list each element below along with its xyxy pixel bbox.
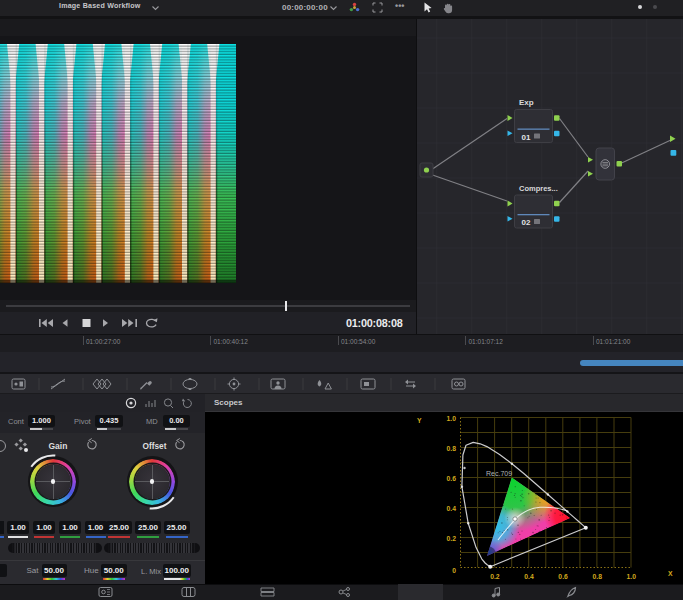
svg-text:1.0: 1.0 bbox=[627, 573, 637, 580]
svg-text:01: 01 bbox=[522, 133, 531, 142]
svg-text:0: 0 bbox=[452, 567, 456, 574]
svg-text:Compres...: Compres... bbox=[519, 184, 558, 193]
svg-text:X: X bbox=[668, 570, 673, 577]
svg-text:Rec.709: Rec.709 bbox=[486, 470, 512, 477]
svg-text:0.2: 0.2 bbox=[490, 573, 500, 580]
svg-text:0.6: 0.6 bbox=[558, 573, 568, 580]
svg-text:0.2: 0.2 bbox=[447, 535, 457, 542]
svg-text:02: 02 bbox=[522, 218, 531, 227]
svg-text:1.0: 1.0 bbox=[447, 415, 457, 422]
svg-text:0.8: 0.8 bbox=[592, 573, 602, 580]
svg-text:0.4: 0.4 bbox=[447, 505, 457, 512]
svg-text:Exp: Exp bbox=[519, 98, 534, 107]
svg-text:Y: Y bbox=[417, 417, 422, 424]
svg-text:0.4: 0.4 bbox=[524, 573, 534, 580]
svg-text:0.8: 0.8 bbox=[447, 445, 457, 452]
svg-text:0.6: 0.6 bbox=[447, 475, 457, 482]
